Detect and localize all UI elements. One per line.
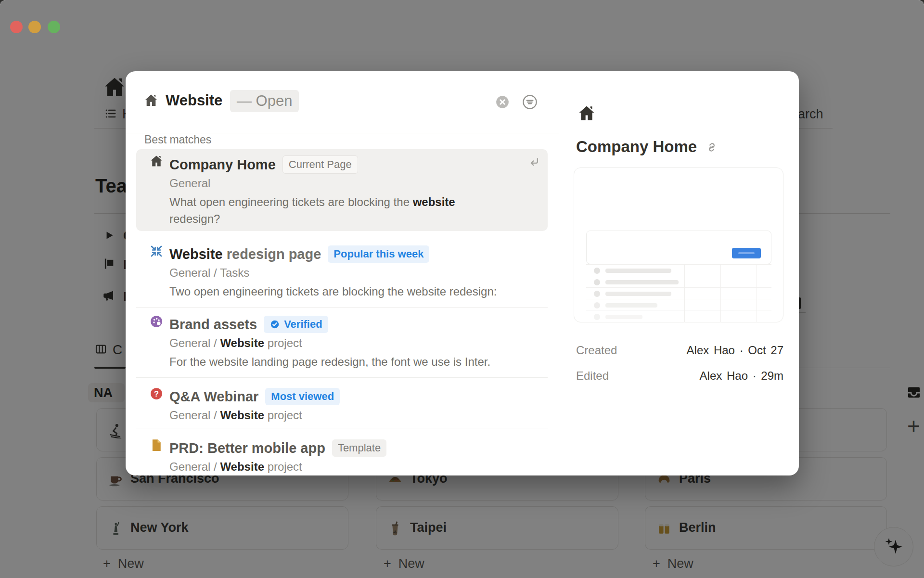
result-title: Q&A Webinar [169, 389, 258, 405]
preview-toolbar-skeleton [586, 231, 771, 264]
panel-divider [559, 71, 559, 475]
return-key-icon [527, 155, 541, 169]
question-mark-icon: ? [149, 386, 164, 401]
results-section-label: Best matches [144, 133, 211, 146]
most-viewed-badge: Most viewed [265, 388, 340, 405]
result-title: Website redesign page [169, 246, 321, 262]
meta-edited-row: Edited Alex Hao · 29m [576, 369, 783, 385]
search-result-brand-assets[interactable]: Brand assets Verified General / Website … [136, 311, 548, 370]
divider [136, 377, 548, 378]
verified-seal-icon [270, 319, 280, 330]
divider [136, 307, 548, 308]
result-title: Brand assets [169, 317, 257, 333]
preview-title: Company Home [576, 138, 697, 156]
app-window: Company Home H arch Tea C N P [0, 0, 924, 578]
palette-icon [149, 314, 164, 329]
meta-value: Alex Hao · Oct 27 [687, 344, 783, 357]
popular-badge: Popular this week [328, 245, 429, 263]
zoom-window-button[interactable] [48, 21, 60, 33]
search-modal: Website — Open Best matches Company Home… [126, 71, 799, 475]
document-icon [149, 438, 164, 452]
minimize-window-button[interactable] [28, 21, 41, 33]
verified-badge: Verified [264, 316, 328, 333]
meta-label: Created [576, 344, 617, 357]
result-breadcrumb: General / Tasks [169, 264, 548, 282]
result-snippet: For the website landing page redesign, t… [169, 353, 548, 370]
house-icon [143, 93, 159, 108]
result-breadcrumb: General [169, 174, 548, 193]
arrows-in-icon [149, 244, 164, 258]
search-result-prd[interactable]: PRD: Better mobile app Template General … [136, 435, 548, 475]
result-breadcrumb: General / Website project [169, 458, 548, 475]
meta-created-row: Created Alex Hao · Oct 27 [576, 344, 783, 360]
search-result-website-redesign[interactable]: Website redesign page Popular this week … [136, 241, 548, 300]
search-autocomplete-hint: — Open [230, 90, 299, 112]
page-preview-thumbnail [574, 167, 783, 322]
meta-value: Alex Hao · 29m [700, 369, 783, 383]
result-snippet: Two open engineering tickets are blockin… [169, 283, 548, 300]
screen: Company Home H arch Tea C N P [0, 0, 924, 578]
search-result-company-home[interactable]: Company Home Current Page General What o… [136, 151, 548, 227]
house-icon [149, 154, 164, 168]
search-input[interactable]: Website [166, 92, 222, 109]
divider [136, 428, 548, 428]
link-icon[interactable] [706, 141, 718, 154]
result-breadcrumb: General / Website project [169, 334, 548, 352]
preview-blue-button [732, 248, 761, 258]
result-title: Company Home [169, 157, 276, 173]
result-breadcrumb: General / Website project [169, 406, 548, 424]
result-title: PRD: Better mobile app [169, 440, 325, 456]
result-snippet: What open engineering tickets are blocki… [169, 193, 506, 227]
clear-search-button[interactable] [496, 95, 509, 109]
preview-table-skeleton [586, 264, 771, 322]
close-window-button[interactable] [10, 21, 23, 33]
house-icon [577, 104, 596, 123]
filter-icon[interactable] [522, 94, 538, 110]
meta-label: Edited [576, 369, 609, 382]
search-result-qa-webinar[interactable]: ? Q&A Webinar Most viewed General / Webs… [136, 383, 548, 424]
svg-text:?: ? [154, 389, 159, 398]
template-badge: Template [332, 439, 386, 457]
current-page-badge: Current Page [282, 155, 358, 174]
